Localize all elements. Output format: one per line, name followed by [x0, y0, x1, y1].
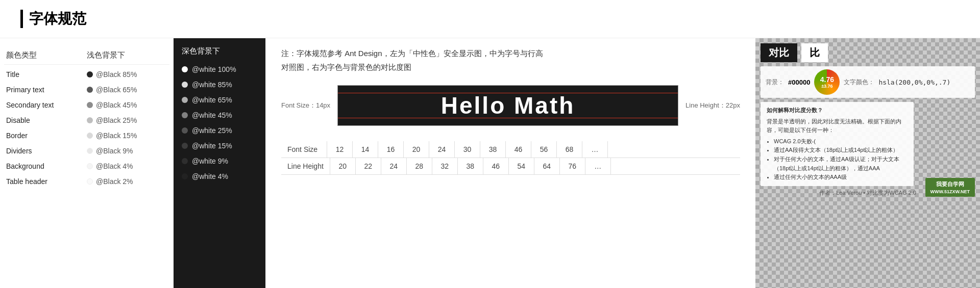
line-height-46: 46	[483, 158, 509, 174]
dark-row: @white 45%	[182, 108, 257, 122]
dark-panel-header: 深色背景下	[182, 46, 257, 56]
detail-list: WCAG 2.0失败-( 通过AA段得大文本（18pt以上或14pt以上的粗体）…	[767, 137, 908, 182]
font-size-label: Font Size：14px	[281, 101, 330, 110]
color-value: @Black 85%	[87, 70, 167, 78]
detail-text: 背景是半透明的，因此对比度无法精确。根据下面的内容，可能是以下任何一种：	[767, 117, 908, 135]
list-item: 通过AA段得大文本（18pt以上或14pt以上的粗体）	[774, 146, 908, 155]
color-dot	[87, 87, 93, 93]
dark-dot	[182, 97, 188, 103]
dark-label: @white 9%	[192, 157, 228, 165]
font-size-24: 24	[429, 141, 455, 158]
dark-row: @white 65%	[182, 93, 257, 107]
line-height-28: 28	[407, 158, 432, 174]
note-line1: 注：字体规范参考 Ant Design，左为「中性色」安全显示图，中为字号与行高	[281, 46, 740, 60]
color-value: @Black 25%	[87, 116, 167, 124]
contrast-info-row: 背景： #00000 4.76 ±3.76 文字颜色： hsla(200,0%,…	[761, 66, 975, 98]
header-bar-icon	[20, 10, 23, 28]
bg-value: #00000	[788, 78, 810, 86]
color-row-primary: Primary text @Black 65%	[4, 82, 169, 97]
score-value: 4.76	[820, 75, 834, 84]
dark-label: @white 4%	[192, 172, 228, 180]
dark-row: @white 9%	[182, 154, 257, 168]
watermark-url: WWW.51ZXW.NET	[930, 189, 970, 194]
page-header: 字体规范	[0, 0, 980, 38]
dark-row: @white 25%	[182, 123, 257, 138]
note-block: 注：字体规范参考 Ant Design，左为「中性色」安全显示图，中为字号与行高…	[281, 46, 740, 74]
col1-header: 颜色类型	[6, 50, 87, 60]
dark-row: @white 85%	[182, 77, 257, 92]
list-item: 通过任何大小的文本的AAA级	[774, 173, 908, 182]
font-size-more: …	[582, 141, 608, 158]
dark-label: @white 100%	[192, 65, 236, 73]
font-size-14: 14	[353, 141, 378, 158]
color-row-dividers: Dividers @Black 9%	[4, 143, 169, 159]
color-dot	[87, 148, 93, 154]
line-height-more: …	[585, 158, 611, 174]
line-height-row: Line Height 20 22 24 28 32 38 46 54 64 7…	[281, 158, 740, 175]
font-size-12: 12	[327, 141, 353, 158]
detail-title: 如何解释对比度分数？	[767, 106, 908, 115]
dark-dot	[182, 127, 188, 134]
fg-value: hsla(200,0%,0%,.7)	[878, 78, 950, 86]
line-height-64: 64	[534, 158, 560, 174]
contrast-score-circle: 4.76 ±3.76	[814, 69, 840, 95]
color-value: @Black 15%	[87, 132, 167, 140]
line-height-20: 20	[330, 158, 356, 174]
color-label: Background	[6, 162, 87, 170]
line-height-row-label: Line Height	[281, 158, 330, 174]
font-size-row-label: Font Size	[281, 141, 327, 158]
dark-dot	[182, 173, 188, 179]
font-size-38: 38	[480, 141, 506, 158]
page-title: 字体规范	[29, 9, 86, 29]
color-value: @Black 9%	[87, 147, 167, 155]
dark-row: @white 15%	[182, 139, 257, 153]
demo-line-bottom	[338, 118, 678, 118]
font-size-20: 20	[404, 141, 429, 158]
color-label: Title	[6, 70, 87, 78]
color-table-header: 颜色类型 浅色背景下	[4, 46, 169, 65]
font-size-16: 16	[378, 141, 404, 158]
font-size-56: 56	[531, 141, 557, 158]
dark-dot	[182, 112, 188, 118]
contrast-panel: 对比 比 背景： #00000 4.76 ±3.76 文字颜色： hsla(20…	[755, 38, 980, 288]
font-size-30: 30	[455, 141, 480, 158]
compare-label1: 对比	[769, 47, 789, 58]
score-sub: ±3.76	[821, 84, 832, 89]
dark-dot	[182, 143, 188, 149]
color-value: @Black 45%	[87, 101, 167, 109]
col2-header: 浅色背景下	[87, 50, 167, 60]
bg-label: 背景：	[766, 78, 784, 87]
line-height-76: 76	[560, 158, 585, 174]
contrast-detail-box: 如何解释对比度分数？ 背景是半透明的，因此对比度无法精确。根据下面的内容，可能是…	[761, 102, 914, 186]
font-size-68: 68	[557, 141, 582, 158]
line-height-label: Line Height：22px	[685, 101, 740, 110]
line-height-24: 24	[381, 158, 407, 174]
main-content: 颜色类型 浅色背景下 Title @Black 85% Primary text…	[0, 38, 980, 288]
color-row-table-header: Table header @Black 2%	[4, 174, 169, 189]
line-height-32: 32	[432, 158, 458, 174]
right-content: 对比 比 背景： #00000 4.76 ±3.76 文字颜色： hsla(20…	[755, 38, 980, 202]
color-value: @Black 65%	[87, 86, 167, 94]
color-label: Primary text	[6, 86, 87, 94]
color-dot	[87, 117, 93, 123]
color-dot	[87, 71, 93, 77]
color-value: @Black 2%	[87, 177, 167, 186]
color-label: Secondary text	[6, 101, 87, 109]
dark-panel: 深色背景下 @white 100% @white 85% @white 65% …	[174, 38, 265, 288]
middle-section: 注：字体规范参考 Ant Design，左为「中性色」安全显示图，中为字号与行高…	[265, 38, 755, 288]
color-row-disable: Disable @Black 25%	[4, 113, 169, 128]
color-dot	[87, 163, 93, 169]
list-item: 对于任何大小的文本，通过AA级认证；对于大文本（18pt以上或14pt以上的粗体…	[774, 155, 908, 173]
color-dot	[87, 178, 93, 185]
note-line2: 对照图，右为字色与背景色的对比度图	[281, 60, 740, 74]
dark-label: @white 25%	[192, 126, 232, 135]
font-size-row: Font Size 12 14 16 20 24 30 38 46 56 68 …	[281, 141, 740, 158]
fg-label: 文字颜色：	[844, 78, 874, 87]
list-item: WCAG 2.0失败-(	[774, 137, 908, 146]
dark-row: @white 100%	[182, 62, 257, 76]
watermark-logo: 我要自学网 WWW.51ZXW.NET	[925, 178, 975, 197]
line-height-38: 38	[458, 158, 483, 174]
font-size-table-container: Font Size 12 14 16 20 24 30 38 46 56 68 …	[281, 141, 740, 175]
color-row-background: Background @Black 4%	[4, 159, 169, 174]
compare-label2: 比	[810, 47, 820, 58]
